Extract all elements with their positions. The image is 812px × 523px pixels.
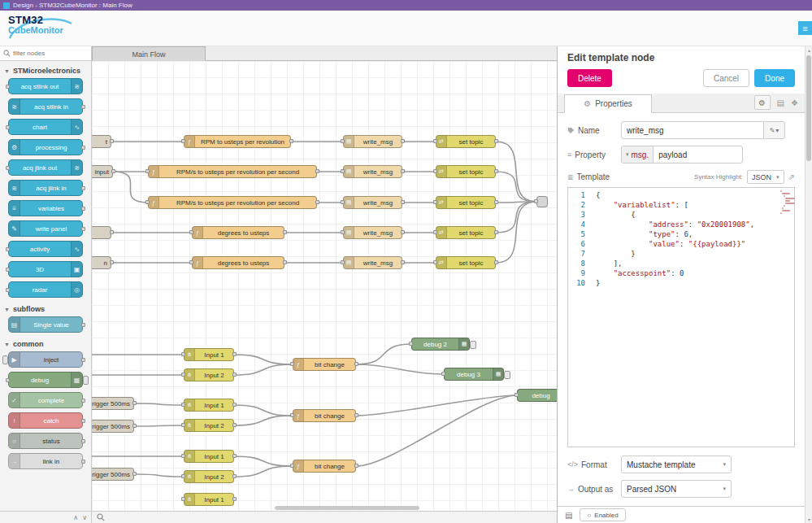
palette-node-acq-jlink-in[interactable]: ≋acq jlink in	[8, 180, 83, 196]
flow-node-set-topic-s1[interactable]: ⇄set topic	[436, 135, 496, 148]
output-port[interactable]	[232, 474, 237, 478]
flow-node-debug-d4[interactable]: ▦debug	[517, 389, 557, 402]
output-port[interactable]	[283, 230, 287, 234]
flow-node-trigger-500ms-tr1[interactable]: trigger 500ms	[92, 397, 134, 410]
flow-node-input-2-i1b[interactable]: ⋔Input 2	[184, 368, 234, 381]
flow-node-write-msg-w5[interactable]: ▤write_msg	[343, 256, 402, 269]
flow-node-input-fr2[interactable]: input	[92, 165, 113, 178]
output-port[interactable]	[401, 200, 405, 204]
input-port[interactable]	[515, 393, 519, 397]
output-port[interactable]	[354, 413, 358, 417]
flow-node-input-1-i2a[interactable]: ⋔Input 1	[184, 399, 234, 412]
name-edit-button[interactable]: ✎▾	[764, 121, 785, 139]
palette-node-variables[interactable]: ≡variables	[8, 200, 83, 216]
output-as-select[interactable]: Parsed JSON ▾	[621, 480, 732, 498]
input-port[interactable]	[181, 423, 185, 427]
palette-node-debug[interactable]: ▦debug	[8, 372, 83, 388]
flow-node-linkout-lo[interactable]	[536, 196, 548, 207]
search-input[interactable]	[13, 50, 78, 57]
flow-node-write-msg-w1[interactable]: ▤write_msg	[343, 135, 402, 148]
output-port[interactable]	[110, 230, 114, 234]
flow-node-bit-change-b1[interactable]: ƒbit change	[293, 358, 356, 371]
tab-main-flow[interactable]: Main Flow	[92, 46, 206, 61]
flow-node-rpm-s-to-usteps-per-revolution-per-second-f2[interactable]: ƒRPM/s to usteps per revolution per seco…	[148, 165, 317, 178]
output-port[interactable]	[232, 454, 237, 458]
panel-scrollbar[interactable]: ▴ ▾	[805, 46, 812, 523]
template-editor[interactable]: 12345678910 { "variablelist": [ { "addre…	[567, 187, 795, 447]
flow-node-set-topic-s4[interactable]: ⇄set topic	[436, 226, 496, 239]
input-port[interactable]	[290, 413, 294, 417]
input-port[interactable]	[181, 139, 185, 143]
input-port[interactable]	[441, 372, 445, 376]
output-port[interactable]	[232, 423, 237, 427]
input-port[interactable]	[534, 199, 538, 203]
output-port[interactable]	[494, 169, 498, 173]
zoom-search-icon[interactable]	[97, 513, 105, 521]
property-type-button[interactable]: ▾ msg.	[622, 146, 654, 163]
palette-node-acq-jlink-out[interactable]: ≋acq jlink out	[8, 159, 83, 176]
menu-button[interactable]: ≡	[798, 21, 812, 35]
flow-node-input-2-i3b[interactable]: ⋔Input 2	[184, 470, 234, 483]
input-port[interactable]	[433, 200, 437, 204]
input-port[interactable]	[145, 169, 150, 173]
delete-button[interactable]: Delete	[567, 69, 612, 87]
output-port[interactable]	[401, 139, 405, 143]
input-port[interactable]	[189, 230, 193, 234]
output-port[interactable]	[111, 169, 115, 173]
flow-node-t-fr1[interactable]: t	[92, 135, 111, 148]
flow-node-set-topic-s5[interactable]: ⇄set topic	[436, 256, 496, 269]
input-port[interactable]	[341, 139, 345, 143]
output-port[interactable]	[289, 139, 293, 143]
palette-node-chart[interactable]: ∿chart	[8, 119, 83, 135]
expand-editor-icon[interactable]: ⇗	[788, 172, 795, 181]
output-port[interactable]	[283, 260, 287, 264]
tab-properties[interactable]: ⚙ Properties	[564, 94, 652, 113]
input-port[interactable]	[433, 230, 437, 234]
palette-node-link-in[interactable]: →link in	[8, 453, 83, 469]
flow-node-trigger-500ms-tr2[interactable]: trigger 500ms	[92, 420, 134, 433]
input-port[interactable]	[341, 200, 345, 204]
horizontal-scrollbar[interactable]	[275, 506, 419, 510]
palette-section-common[interactable]: ▼common	[0, 337, 91, 351]
output-port[interactable]	[232, 403, 237, 407]
output-port[interactable]	[401, 260, 405, 264]
scrollbar-thumb[interactable]	[806, 55, 811, 161]
flow-node-input-1-i1a[interactable]: ⋔Input 1	[184, 348, 234, 361]
flow-node-n-fr5[interactable]: n	[92, 256, 111, 269]
scroll-down-icon[interactable]: ▾	[805, 516, 812, 522]
palette-node-acq-stlink-in[interactable]: ≋acq stlink in	[8, 98, 83, 115]
output-port[interactable]	[315, 169, 319, 173]
name-input[interactable]	[621, 121, 764, 139]
flow-node-debug-2-d2[interactable]: ▦debug 2	[411, 338, 470, 351]
input-port[interactable]	[409, 342, 413, 346]
input-port[interactable]	[181, 474, 185, 478]
flow-node-debug-3-d3[interactable]: ▦debug 3	[444, 368, 504, 381]
palette-node-processing[interactable]: ⚙processing	[8, 139, 83, 155]
description-icon[interactable]: ▤	[777, 98, 784, 107]
palette-node-radar[interactable]: ◎radar	[8, 281, 83, 298]
input-port[interactable]	[181, 454, 185, 458]
output-port[interactable]	[494, 139, 498, 143]
flow-node-write-msg-w4[interactable]: ▤write_msg	[343, 226, 402, 239]
output-port[interactable]	[132, 472, 137, 476]
input-port[interactable]	[181, 373, 185, 377]
property-input[interactable]: ▾ msg. payload	[621, 146, 743, 163]
input-port[interactable]	[290, 362, 294, 366]
palette-node-complete[interactable]: ✓complete	[8, 392, 83, 408]
settings-gear-button[interactable]: ⚙	[754, 95, 771, 110]
flow-node-input-1-pb[interactable]: ⋔Input 1	[184, 493, 234, 506]
palette-node-catch[interactable]: !catch	[8, 412, 83, 429]
output-port[interactable]	[315, 200, 319, 204]
collapse-categories-icon[interactable]: ∧	[73, 514, 78, 521]
input-port[interactable]	[433, 139, 437, 143]
debug-toggle-button[interactable]	[470, 341, 476, 349]
format-select[interactable]: Mustache template ▾	[621, 455, 732, 473]
output-port[interactable]	[232, 373, 237, 377]
input-port[interactable]	[189, 260, 193, 264]
flow-node-input-2-i2b[interactable]: ⋔Input 2	[184, 419, 234, 432]
flow-node-bit-change-b2[interactable]: ƒbit change	[293, 409, 356, 422]
flow-canvas[interactable]: tinputnƒRPM to usteps per revolutionƒRPM…	[92, 61, 557, 511]
input-port[interactable]	[433, 260, 437, 264]
flow-node-write-msg-w3[interactable]: ▤write_msg	[343, 196, 402, 209]
palette-node-inject[interactable]: ▶inject	[8, 351, 83, 368]
